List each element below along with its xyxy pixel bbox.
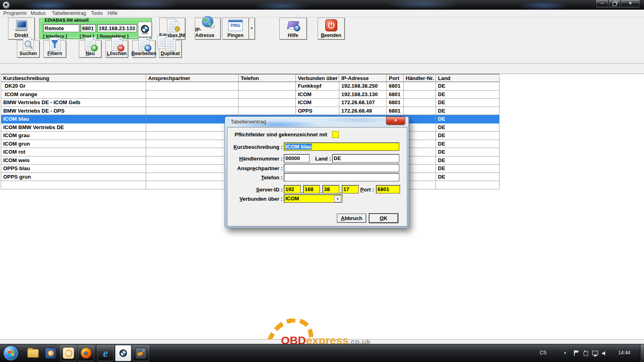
beenden-button[interactable]: Beenden [318, 18, 345, 39]
cell-land: DE [436, 99, 500, 107]
pingen-button[interactable]: PING Pingen [222, 18, 249, 39]
column-header[interactable]: Händler-Nr. [404, 74, 436, 82]
bmw-roundel-icon [119, 349, 128, 358]
bmw-roundel-icon [140, 25, 150, 34]
telefon-label: Telefon : [227, 175, 283, 181]
ip-adresse-label: IP-Adresse [195, 27, 220, 38]
cell-kurzbeschreibung: ICOM weis [1, 156, 146, 165]
duplikat-button[interactable]: Duplikat [159, 40, 182, 58]
firefox-icon [81, 348, 91, 358]
suchen-button[interactable]: Suchen [17, 40, 39, 58]
cell-haendler-nr [404, 90, 436, 99]
cell-telefon [239, 90, 296, 99]
table-row[interactable]: BMW Vertriebs DE - OPS OPPS 172.26.68.49… [1, 107, 500, 115]
dialog-body: Pflichtfelder sind gekennzeichnet mit Ku… [227, 127, 407, 226]
combobox-dropdown-button[interactable]: ▼ [334, 195, 341, 202]
filtern-button[interactable]: Filtern [43, 40, 66, 58]
network-icon[interactable] [592, 351, 598, 355]
ok-button[interactable]: OK [369, 214, 398, 223]
server-id-octet-3[interactable]: 38 [322, 185, 339, 193]
help-book-icon: ? [287, 21, 299, 30]
tray-language-indicator[interactable]: CS [540, 350, 547, 356]
ip-adresse-button[interactable]: IP-Adresse [195, 18, 221, 39]
filtern-label: Filtern [47, 51, 62, 56]
column-header[interactable]: Kurzbeschreibung [1, 74, 146, 82]
close-button[interactable]: × [621, 0, 640, 8]
verbunden-ueber-combobox[interactable]: ICOM ▼ [284, 194, 343, 203]
column-header[interactable]: Ansprechpartner [146, 74, 239, 82]
table-row[interactable]: BMW Vertriebs DE - ICOM Gelb ICOM 172.26… [1, 99, 500, 107]
server-id-octet-1[interactable]: 192 [284, 185, 301, 193]
port-field[interactable]: 6801 [80, 24, 96, 32]
ansprechpartner-label: Ansprechpartner : [227, 165, 283, 171]
menu-tools[interactable]: Tools [89, 10, 104, 17]
pingen-dropdown-button[interactable]: ▼ [249, 18, 255, 39]
taskbar-app2-icon[interactable] [133, 345, 149, 361]
beenden-label: Beenden [321, 33, 341, 38]
column-header[interactable]: Land [436, 74, 500, 82]
column-header[interactable]: Port [387, 74, 404, 82]
screen: – × Programm Modus Tabelleneintrag Tools… [0, 0, 644, 362]
kurzbeschreibung-input[interactable]: ICOM blau [284, 142, 399, 151]
search-icon [23, 37, 34, 51]
ansprechpartner-input[interactable] [284, 164, 399, 172]
cell-kurzbeschreibung: BMW Vertriebs DE - ICOM Gelb [1, 99, 146, 107]
menu-modus[interactable]: Modus [29, 10, 47, 17]
cell-kurzbeschreibung: OPPS blau [1, 165, 146, 173]
telefon-input[interactable] [284, 173, 399, 181]
column-header[interactable]: Telefon [239, 74, 296, 82]
haendlernummer-input[interactable]: 00000 [284, 154, 310, 162]
direkt-button[interactable]: Direkt [8, 18, 35, 39]
windows-flag-icon [8, 350, 14, 356]
taskbar-firefox-icon[interactable] [78, 345, 94, 361]
interface-field[interactable]: Remote [43, 24, 79, 32]
tray-hidden-icons-button[interactable]: ▲ [564, 351, 567, 354]
cell-telefon [239, 99, 296, 107]
taskbar-mediaplayer-icon[interactable]: ▶ [43, 345, 59, 361]
table-row[interactable]: ICOM orange ICOM 192.168.23.130 6801 DE [1, 90, 500, 99]
taskbar-app1-icon[interactable] [60, 345, 76, 361]
taskbar-ie-icon[interactable]: e [97, 345, 114, 361]
loeschen-button[interactable]: − Löschen [105, 40, 128, 58]
toolbar: Direkt EDIABAS.INI aktuell Remote 6801 1… [0, 17, 644, 74]
menu-hilfe[interactable]: Hilfe [106, 10, 119, 17]
minimize-button[interactable]: – [596, 0, 609, 8]
menu-tabelleneintrag[interactable]: Tabelleneintrag [50, 10, 88, 17]
hilfe-button[interactable]: ? Hilfe [279, 18, 307, 39]
bearbeiten-button[interactable]: ↻ Bearbeiten [132, 40, 155, 58]
safely-remove-hardware-icon[interactable] [584, 352, 588, 356]
table-row[interactable]: DK20 Gr Funkkopf 192.168.38.250 6801 DE [1, 82, 500, 90]
volume-icon[interactable] [602, 351, 607, 356]
land-input[interactable]: DE [332, 154, 399, 162]
column-header[interactable]: IP-Adresse [339, 74, 387, 82]
ediabas-group-title: EDIABAS.INI aktuell [43, 18, 90, 23]
restore-button[interactable] [609, 0, 621, 8]
abbruch-button[interactable]: Abbruch [337, 214, 366, 223]
taskbar-explorer-icon[interactable] [25, 345, 41, 361]
remotehost-field[interactable]: 192.168.23.133 [97, 24, 137, 32]
action-center-flag-icon[interactable] [574, 350, 575, 356]
cell-land: DE [436, 165, 500, 173]
neu-button[interactable]: + Neu [79, 40, 101, 58]
new-entry-icon: + [85, 37, 96, 51]
cell-land: DE [436, 115, 500, 123]
globe-icon [202, 16, 213, 27]
tray-clock[interactable]: 14:44 [618, 350, 630, 356]
show-desktop-button[interactable] [640, 344, 644, 362]
bmw-button[interactable] [138, 22, 152, 37]
obdexpress-watermark: OBDexpress.co.uk [258, 317, 386, 345]
server-id-octet-2[interactable]: 168 [303, 185, 320, 193]
menu-programm[interactable]: Programm [2, 10, 28, 17]
taskbar-bmw-tool-icon[interactable] [115, 345, 131, 361]
dialog-close-button[interactable]: × [386, 117, 405, 125]
cell-ansprechpartner [146, 82, 239, 90]
server-id-octet-4[interactable]: 17 [342, 185, 359, 193]
clock-app-icon [63, 348, 74, 359]
required-note: Pflichtfelder sind gekennzeichnet mit [235, 132, 327, 138]
port-input[interactable]: 6801 [376, 185, 400, 193]
column-header[interactable]: Verbunden über [296, 74, 339, 82]
cell-land: DE [436, 123, 500, 132]
cell-kurzbeschreibung: ICOM grun [1, 140, 146, 148]
start-button[interactable] [3, 346, 19, 361]
cell-land [436, 181, 500, 189]
